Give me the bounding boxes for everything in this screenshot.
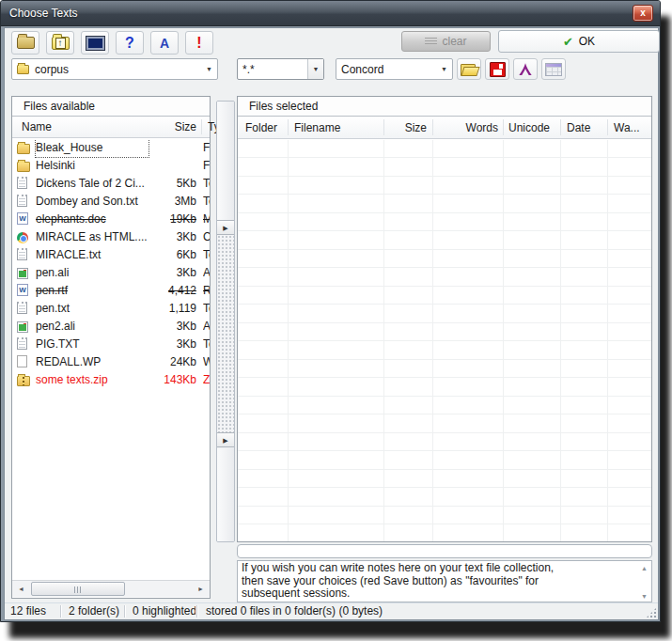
file-pattern-combobox[interactable]: *.* ▼ [237, 58, 324, 80]
folder-icon [17, 65, 29, 74]
scroll-right-icon[interactable]: ► [193, 582, 209, 596]
file-name: REDALL.WP [36, 353, 148, 371]
file-name: Bleak_House [36, 139, 148, 157]
column-header-date[interactable]: Date [567, 117, 590, 138]
splitter-lower-area[interactable] [217, 448, 234, 541]
word-icon: W [17, 212, 28, 225]
file-name: Helsinki [36, 157, 148, 175]
file-row[interactable]: MIRACLE as HTML....3KbCh [12, 228, 210, 246]
tool-combobox-value: Concord [341, 63, 383, 76]
panel-splitter[interactable]: ▶ ▶ [216, 101, 235, 542]
clear-button-label: clear [442, 35, 466, 48]
column-header-size[interactable]: Size [383, 117, 427, 138]
move-right-button-top[interactable]: ▶ [217, 220, 234, 235]
page-icon [17, 355, 27, 367]
resize-grip[interactable] [646, 607, 657, 618]
column-header-words[interactable]: Words [432, 117, 498, 138]
chrome-icon [17, 232, 28, 243]
file-row[interactable]: pen2.ali3KbAl [12, 318, 210, 336]
scroll-down-icon[interactable]: ▼ [639, 592, 649, 602]
ali-icon [17, 321, 28, 333]
file-row[interactable]: MIRACLE.txt6KbTe [12, 246, 210, 264]
files-available-title: Files available [12, 97, 210, 116]
files-selected-grid[interactable] [238, 140, 651, 541]
status-files: 12 files [7, 603, 60, 619]
text-icon [17, 195, 27, 207]
horizontal-scrollbar[interactable]: ◄ ► [12, 580, 210, 597]
files-available-list[interactable]: Bleak_HouseFiHelsinkiFiDickens Tale of 2… [12, 139, 210, 577]
move-right-button-bottom[interactable]: ▶ [217, 432, 234, 447]
file-type: W [203, 353, 210, 371]
browse-folder-button[interactable] [11, 31, 39, 55]
column-header-wav[interactable]: Wa... [614, 117, 640, 138]
file-row[interactable]: Welephants.doc19KbMi [12, 211, 210, 228]
file-pattern-value: *.* [242, 63, 255, 76]
acrobat-button[interactable] [513, 58, 538, 80]
ok-button[interactable]: ✔ OK [498, 30, 660, 53]
word-icon: W [17, 284, 28, 296]
file-size: 3Kb [134, 264, 196, 282]
file-row[interactable]: some texts.zip143KbZi [12, 371, 210, 389]
chevron-down-icon[interactable]: ▼ [436, 66, 452, 72]
file-name: elephants.doc [36, 211, 148, 228]
files-available-header: Name Size Ty [12, 116, 210, 138]
file-size: 3Kb [134, 336, 196, 353]
scrollbar-thumb[interactable] [31, 582, 125, 596]
save-favourites-button[interactable] [485, 58, 509, 80]
open-favourites-icon [461, 64, 477, 75]
file-type: Te [203, 336, 210, 353]
file-size: 3Kb [134, 318, 196, 336]
file-row[interactable]: Wpen.rtf4,412Ri [12, 282, 210, 300]
column-header-folder[interactable]: Folder [245, 117, 277, 138]
open-favourites-button[interactable] [457, 58, 481, 80]
acrobat-icon [518, 62, 533, 77]
file-size: 3Mb [134, 193, 196, 211]
table-icon [545, 63, 562, 76]
file-row[interactable]: pen.ali3KbAl [12, 264, 210, 282]
file-type: Fi [203, 157, 210, 175]
notes-title-input[interactable] [237, 544, 652, 558]
file-row[interactable]: PIG.TXT3KbTe [12, 336, 210, 353]
scroll-up-icon[interactable]: ▲ [639, 564, 649, 573]
ali-icon [17, 268, 28, 279]
clear-button[interactable]: clear [401, 31, 491, 52]
client-area: ↑ ? A ! clear ✔ OK corpus ▼ *.* ▼ Concor… [4, 27, 659, 620]
splitter-drag-handle[interactable] [217, 235, 234, 432]
help-button[interactable]: ? [116, 31, 144, 55]
column-header-filename[interactable]: Filename [294, 117, 340, 138]
file-size: 5Kb [134, 175, 196, 193]
font-button[interactable]: A [150, 31, 179, 55]
folder-up-button[interactable]: ↑ [46, 31, 74, 55]
file-row[interactable]: Dombey and Son.txt3MbTe [12, 193, 210, 211]
file-size: 1,119 [134, 300, 196, 318]
font-a-icon: A [160, 36, 169, 51]
file-name: Dickens Tale of 2 Ci... [36, 175, 148, 193]
file-type: Mi [203, 211, 210, 228]
file-row[interactable]: Bleak_HouseFi [12, 139, 210, 157]
file-size: 4,412 [134, 282, 196, 300]
file-size: 3Kb [134, 228, 196, 246]
alert-button[interactable]: ! [185, 31, 213, 55]
notes-text-area[interactable]: If you wish you can write notes here on … [237, 560, 652, 602]
file-name: pen.rtf [36, 282, 148, 300]
column-header-size[interactable]: Size [134, 117, 196, 137]
file-row[interactable]: Dickens Tale of 2 Ci...5KbTe [12, 175, 210, 193]
file-row[interactable]: HelsinkiFi [12, 157, 210, 175]
file-type: Te [203, 175, 210, 193]
view-button[interactable] [81, 31, 109, 55]
column-header-unicode[interactable]: Unicode [508, 117, 550, 138]
title-bar[interactable]: Choose Texts x [1, 1, 660, 26]
file-size: 24Kb [134, 353, 196, 371]
file-row[interactable]: REDALL.WP24KbW [12, 353, 210, 371]
scroll-left-icon[interactable]: ◄ [13, 582, 29, 596]
files-selected-panel: Files selected Folder Filename Size Word… [237, 96, 652, 542]
tool-combobox[interactable]: Concord ▼ [336, 58, 453, 80]
splitter-upper-area[interactable] [217, 102, 234, 220]
folder-combobox[interactable]: corpus ▼ [11, 58, 218, 80]
chevron-down-icon[interactable]: ▼ [307, 59, 323, 79]
chevron-down-icon[interactable]: ▼ [201, 66, 217, 72]
column-header-name[interactable]: Name [22, 117, 52, 137]
table-view-button[interactable] [541, 58, 566, 80]
file-row[interactable]: pen.txt1,119Te [12, 300, 210, 318]
close-button[interactable]: x [633, 5, 653, 22]
